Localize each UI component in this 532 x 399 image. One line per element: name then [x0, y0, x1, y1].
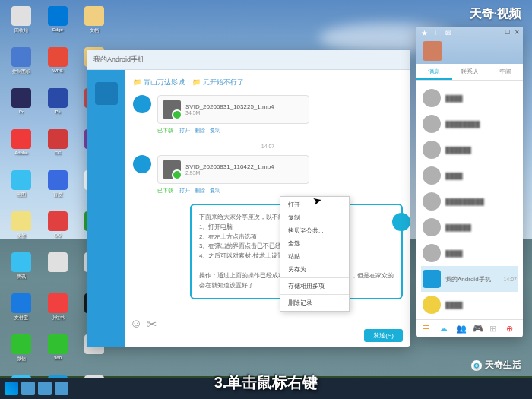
footer-icon[interactable]: 🎮	[473, 324, 483, 334]
file-card[interactable]: SVID_20200831_103225_1.mp434.5M	[157, 95, 309, 124]
file-action-link[interactable]: 复制	[210, 188, 220, 193]
taskbar-item[interactable]	[21, 382, 35, 395]
contact-avatar	[423, 89, 441, 107]
contact-item[interactable]: █████████	[421, 188, 518, 214]
contact-tab[interactable]: 联系人	[452, 64, 488, 80]
video-file-icon	[163, 160, 181, 179]
desktop-icon[interactable]: 回收站	[6, 6, 36, 43]
desktop-icon[interactable]: Adobe	[6, 129, 36, 166]
footer-icon[interactable]: ☁	[439, 324, 450, 334]
desktop-icon[interactable]: QQ	[43, 211, 73, 248]
contact-name: 我的Android手机	[445, 275, 499, 283]
contact-avatar	[423, 296, 441, 314]
context-menu-item[interactable]: 粘贴	[280, 250, 349, 263]
taskbar-item[interactable]	[55, 382, 68, 395]
file-action-link[interactable]: 打开	[179, 188, 190, 193]
contact-name: ██████	[445, 224, 512, 231]
footer-icon[interactable]: ⊞	[489, 324, 500, 334]
desktop-icon[interactable]: 小红书	[43, 293, 73, 330]
contact-name: ████████	[445, 121, 512, 128]
desktop-icon[interactable]: 便签	[6, 211, 36, 248]
contact-item[interactable]: ████████	[421, 111, 518, 137]
contact-item[interactable]: ████	[421, 292, 518, 318]
footer-icon[interactable]: ☰	[423, 324, 433, 334]
contact-avatar	[423, 218, 441, 236]
desktop-icon[interactable]: WPS	[43, 47, 73, 84]
context-menu-item[interactable]: 存储相册多项	[280, 280, 349, 293]
emoji-icon[interactable]: ☺	[130, 317, 141, 328]
desktop-wallpaper: 回收站Edge文档控制面板WPS文件夹PrPs工具AdobeCC画图百度便签QQ…	[0, 0, 532, 399]
context-menu: 打开复制拷贝至公共...全选粘贴另存为...存储相册多项删除记录	[280, 196, 350, 312]
file-card[interactable]: SVID_20200831_110422_1.mp42.53M	[157, 155, 309, 184]
video-file-icon	[163, 100, 181, 119]
file-action-link[interactable]: 复制	[210, 128, 220, 133]
menu-separator	[280, 277, 349, 278]
desktop-icon[interactable]	[43, 252, 73, 289]
contact-tabs: 消息联系人空间	[416, 64, 523, 81]
desktop-icon[interactable]: 画图	[6, 170, 36, 207]
desktop-icon[interactable]: 控制面板	[6, 47, 36, 84]
contact-tab[interactable]: 空间	[487, 64, 523, 80]
contact-avatar	[423, 270, 441, 288]
plus-icon[interactable]: +	[433, 29, 442, 38]
mail-icon[interactable]: ✉	[445, 29, 454, 38]
contact-item[interactable]: ██████	[421, 137, 518, 163]
desktop-icon[interactable]: Ps	[43, 88, 73, 125]
contact-item[interactable]: ████	[421, 85, 518, 111]
desktop-icon[interactable]: 360	[43, 334, 73, 371]
desktop-icon[interactable]: 文档	[79, 6, 109, 43]
send-button[interactable]: 发送(S)	[364, 329, 403, 342]
chat-breadcrumb: 📁 青山万达影城 📁 元开始不行了	[133, 78, 403, 87]
desktop-icon[interactable]: CC	[43, 129, 73, 166]
sender-avatar[interactable]	[133, 155, 151, 173]
desktop-icon[interactable]: 百度	[43, 170, 73, 207]
file-message: SVID_20200831_103225_1.mp434.5M 已下载 打开删除…	[133, 95, 403, 135]
context-menu-item[interactable]: 拷贝至公共...	[280, 224, 349, 237]
context-menu-item[interactable]: 另存为...	[280, 263, 349, 276]
contact-item[interactable]: ████	[421, 240, 518, 266]
text-message: 下面来给大家分享座次，以不能说是听听1、打开电脑2、在左上方点击选项3、在弹出的…	[133, 204, 403, 299]
user-avatar[interactable]	[423, 41, 442, 61]
contact-item[interactable]: 我的Android手机 14:07	[421, 266, 518, 292]
contact-name: █████████	[445, 198, 512, 205]
footer-icon[interactable]: ⊕	[506, 324, 517, 334]
sidebar-avatar[interactable]	[95, 82, 118, 105]
footer-icon[interactable]: 👥	[456, 324, 467, 334]
file-action-link[interactable]: 打开	[179, 128, 190, 133]
contact-avatar	[423, 166, 441, 185]
file-actions: 已下载 打开删除复制	[157, 127, 403, 135]
contact-list: ████ ████████ ██████ ████ █████████ ████…	[416, 81, 523, 319]
video-caption: 3.单击鼠标右键	[214, 372, 318, 393]
context-menu-item[interactable]: 删除记录	[280, 296, 349, 309]
scissors-icon[interactable]: ✂	[147, 317, 157, 328]
maximize-icon[interactable]: ☐	[505, 29, 510, 36]
contact-avatar	[423, 244, 441, 262]
file-action-link[interactable]: 删除	[195, 128, 205, 133]
close-icon[interactable]: ✕	[515, 29, 520, 36]
contact-name: ████	[445, 95, 512, 102]
desktop-icon[interactable]: 腾讯	[6, 252, 36, 289]
contact-name: ████	[445, 302, 512, 309]
chat-sidebar	[87, 70, 125, 347]
desktop-icon[interactable]: 支付宝	[6, 293, 36, 330]
sender-avatar[interactable]	[133, 95, 151, 113]
contact-item[interactable]: ██████	[421, 214, 518, 240]
file-action-link[interactable]: 删除	[195, 188, 205, 193]
context-menu-item[interactable]: 复制	[280, 211, 349, 224]
watermark-bottom-right: Q 天奇生活	[471, 359, 521, 372]
contact-header[interactable]: ★ + ✉ — ☐ ✕	[416, 27, 523, 64]
minimize-icon[interactable]: —	[494, 29, 500, 36]
watermark-top-right: 天奇·视频	[470, 6, 521, 22]
context-menu-item[interactable]: 全选	[280, 237, 349, 250]
desktop-icon[interactable]: 微信	[6, 334, 36, 371]
contact-tab[interactable]: 消息	[416, 64, 452, 80]
contact-item[interactable]: ████	[421, 163, 518, 188]
desktop-icon[interactable]: Edge	[43, 6, 73, 43]
start-button[interactable]	[5, 382, 18, 395]
star-icon[interactable]: ★	[421, 29, 430, 38]
desktop-icon[interactable]: Pr	[6, 88, 36, 125]
file-actions: 已下载 打开删除复制	[157, 187, 403, 195]
taskbar-item[interactable]	[38, 382, 52, 395]
chat-header[interactable]: 我的Android手机	[87, 50, 410, 70]
contact-name: ████	[445, 250, 512, 257]
